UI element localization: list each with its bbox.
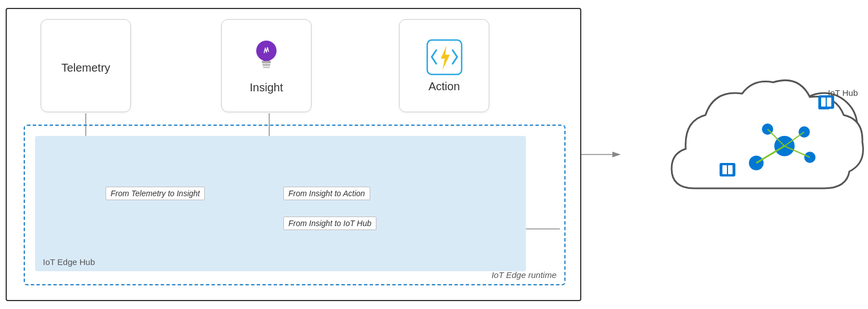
svg-marker-22 [612, 152, 621, 157]
route-insight-to-action: From Insight to Action [283, 187, 370, 200]
iot-edge-hub-label: IoT Edge Hub [43, 257, 95, 267]
cloud-svg [649, 59, 868, 239]
cloud-container: IoT Hub [649, 59, 868, 250]
iot-edge-hub-box: IoT Edge Hub [35, 136, 526, 271]
main-container: Telemetry Insight [0, 0, 868, 309]
route-insight-to-iot-hub: From Insight to IoT Hub [283, 217, 376, 230]
svg-rect-18 [263, 67, 270, 68]
svg-rect-17 [262, 64, 270, 66]
action-lightning-icon [426, 39, 463, 76]
action-card: Action [399, 19, 489, 112]
svg-marker-20 [441, 46, 450, 70]
diagram-box: Telemetry Insight [6, 8, 581, 301]
svg-rect-36 [827, 98, 831, 107]
svg-rect-37 [720, 163, 735, 176]
svg-rect-16 [262, 61, 271, 63]
svg-rect-39 [728, 165, 733, 174]
action-label: Action [428, 80, 460, 93]
diagram-to-cloud-arrow [581, 146, 626, 163]
telemetry-card: Telemetry [41, 19, 131, 112]
cloud-iot-hub-label: IoT Hub [828, 88, 858, 98]
insight-card: Insight [221, 19, 312, 112]
route-telemetry-to-insight: From Telemetry to Insight [106, 187, 205, 200]
svg-rect-35 [821, 98, 826, 107]
insight-label: Insight [250, 81, 283, 94]
iot-edge-runtime-label: IoT Edge runtime [492, 270, 556, 280]
telemetry-label: Telemetry [62, 61, 111, 74]
lightbulb-icon [249, 37, 283, 77]
iot-edge-runtime-box: IoT Edge Hub IoT Edge runtime [24, 125, 565, 285]
svg-rect-38 [722, 165, 727, 174]
